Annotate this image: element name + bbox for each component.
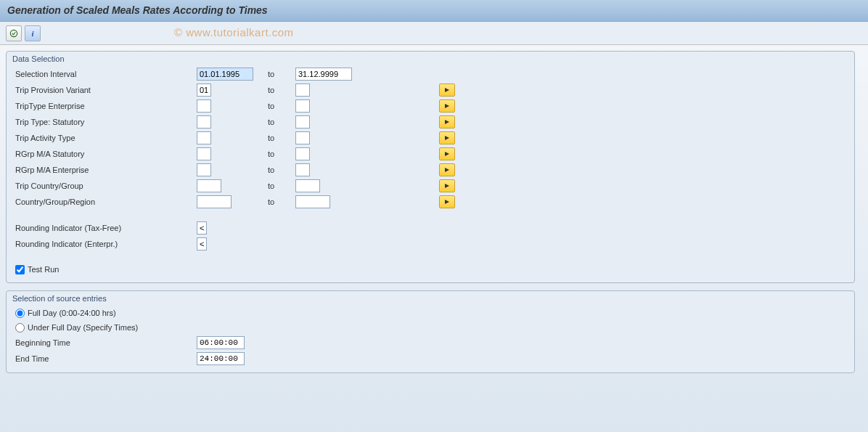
row-beginning-time: Beginning Time: [7, 335, 854, 351]
to-label: to: [268, 102, 295, 110]
row-end-time: End Time: [7, 351, 854, 367]
checkbox-test-run[interactable]: [15, 265, 25, 274]
input-rstat-from[interactable]: [197, 147, 211, 160]
group-data-selection: Data Selection Selection Interval to Tri…: [6, 51, 855, 283]
to-label: to: [268, 197, 295, 206]
input-interval-from[interactable]: [197, 68, 253, 81]
radio-under-full-day[interactable]: [15, 323, 25, 333]
input-interval-to[interactable]: [295, 68, 352, 81]
label-full-day: Full Day (0:00-24:00 hrs): [28, 309, 116, 317]
input-cgroup-to[interactable]: [295, 179, 320, 192]
row-test-run: Test Run: [7, 262, 854, 277]
row-trip-activity-type: Trip Activity Type to: [7, 130, 854, 146]
to-label: to: [268, 70, 295, 78]
multiple-selection-button[interactable]: [439, 163, 455, 176]
label-selection-interval: Selection Interval: [15, 70, 197, 78]
row-rounding-taxfree: Rounding Indicator (Tax-Free): [7, 220, 854, 236]
to-label: to: [268, 182, 295, 190]
group-title-data-selection: Data Selection: [7, 52, 854, 66]
label-round-ent: Rounding Indicator (Enterpr.): [15, 240, 197, 248]
watermark: © www.tutorialkart.com: [174, 26, 294, 38]
group-title-source-entries: Selection of source entries: [7, 291, 854, 306]
label-end-time: End Time: [15, 354, 197, 363]
row-rgrp-statutory: RGrp M/A Statutory to: [7, 146, 854, 162]
label-beginning-time: Beginning Time: [15, 338, 197, 347]
row-country-group-region: Country/Group/Region to: [7, 194, 854, 210]
to-label: to: [268, 118, 295, 126]
input-variant-from[interactable]: [197, 83, 211, 97]
to-label: to: [268, 166, 295, 174]
input-round-taxfree[interactable]: [197, 221, 207, 235]
input-variant-to[interactable]: [295, 83, 310, 97]
multiple-selection-button[interactable]: [439, 83, 455, 97]
page-title: Generation of Scaled Meals Rates Accordi…: [0, 0, 868, 22]
radio-full-day[interactable]: [15, 309, 25, 318]
multiple-selection-button[interactable]: [439, 131, 455, 144]
input-ent-from[interactable]: [197, 99, 211, 113]
toolbar: i © www.tutorialkart.com: [0, 22, 868, 45]
execute-button[interactable]: [6, 25, 22, 41]
row-rounding-enterprise: Rounding Indicator (Enterpr.): [7, 236, 854, 252]
input-region-from[interactable]: [197, 195, 232, 208]
input-round-ent[interactable]: [197, 237, 207, 250]
group-source-entries: Selection of source entries Full Day (0:…: [6, 290, 855, 373]
multiple-selection-button[interactable]: [439, 195, 455, 208]
row-triptype-statutory: Trip Type: Statutory to: [7, 114, 854, 130]
svg-point-0: [10, 30, 17, 36]
input-beginning-time[interactable]: [197, 336, 245, 349]
multiple-selection-button[interactable]: [439, 99, 455, 113]
input-ent-to[interactable]: [295, 99, 310, 113]
label-activity: Trip Activity Type: [15, 134, 197, 142]
label-rgrp-stat: RGrp M/A Statutory: [15, 150, 197, 158]
row-trip-provision-variant: Trip Provision Variant to: [7, 82, 854, 98]
row-under-full-day: Under Full Day (Specify Times): [7, 320, 854, 335]
to-label: to: [268, 86, 295, 94]
input-rent-to[interactable]: [295, 163, 310, 176]
row-trip-country-group: Trip Country/Group to: [7, 178, 854, 194]
label-rgrp-ent: RGrp M/A Enterprise: [15, 166, 197, 174]
multiple-selection-button[interactable]: [439, 179, 455, 192]
to-label: to: [268, 134, 295, 142]
label-under-full-day: Under Full Day (Specify Times): [28, 323, 138, 332]
content-area: Data Selection Selection Interval to Tri…: [0, 45, 868, 386]
input-rstat-to[interactable]: [295, 147, 310, 160]
input-stat-from[interactable]: [197, 115, 211, 129]
input-act-from[interactable]: [197, 131, 211, 144]
label-region: Country/Group/Region: [15, 197, 197, 206]
label-round-taxfree: Rounding Indicator (Tax-Free): [15, 224, 197, 232]
input-end-time[interactable]: [197, 352, 245, 365]
label-variant: Trip Provision Variant: [15, 86, 197, 94]
multiple-selection-button[interactable]: [439, 147, 455, 160]
info-button[interactable]: i: [25, 25, 41, 41]
row-selection-interval: Selection Interval to: [7, 66, 854, 82]
label-test-run: Test Run: [28, 265, 59, 274]
label-triptype-ent: TripType Enterprise: [15, 102, 197, 110]
input-region-to[interactable]: [295, 195, 330, 208]
row-triptype-enterprise: TripType Enterprise to: [7, 98, 854, 114]
row-full-day: Full Day (0:00-24:00 hrs): [7, 306, 854, 320]
input-cgroup-from[interactable]: [197, 179, 221, 192]
input-act-to[interactable]: [295, 131, 310, 144]
input-rent-from[interactable]: [197, 163, 211, 176]
label-country-group: Trip Country/Group: [15, 182, 197, 190]
label-triptype-stat: Trip Type: Statutory: [15, 118, 197, 126]
input-stat-to[interactable]: [295, 115, 310, 129]
row-rgrp-enterprise: RGrp M/A Enterprise to: [7, 162, 854, 178]
to-label: to: [268, 150, 295, 158]
multiple-selection-button[interactable]: [439, 115, 455, 129]
